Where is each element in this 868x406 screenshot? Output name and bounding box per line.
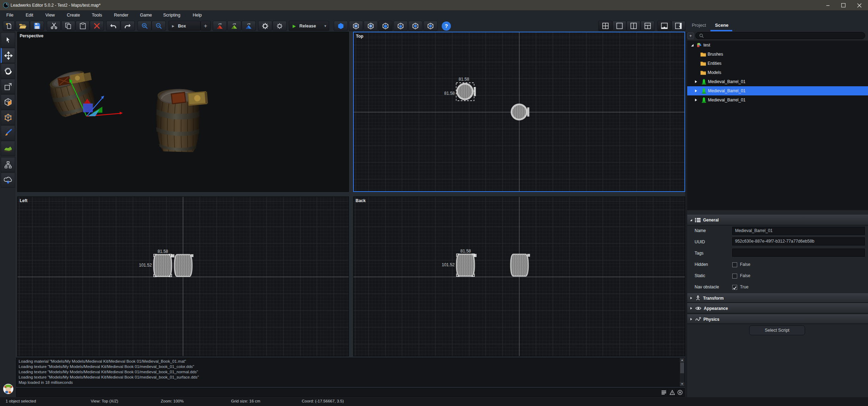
svg-text:81.58: 81.58	[444, 91, 455, 96]
svg-text:81.58: 81.58	[459, 77, 469, 82]
svg-text:81.58: 81.58	[158, 249, 168, 254]
svg-text:101.52: 101.52	[442, 262, 455, 267]
svg-text:101.52: 101.52	[139, 263, 152, 268]
svg-text:81.58: 81.58	[460, 249, 471, 254]
